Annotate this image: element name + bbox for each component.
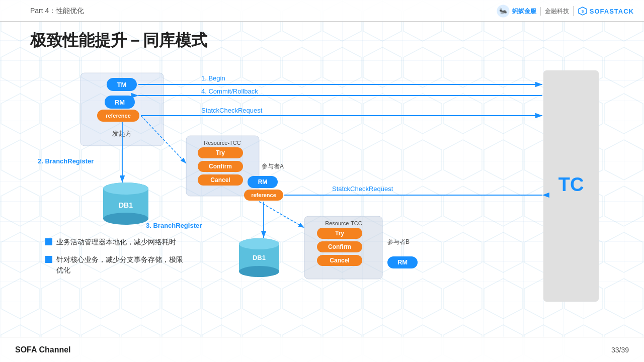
svg-rect-30 bbox=[244, 190, 283, 201]
ant-label: 蚂蚁金服 bbox=[512, 7, 536, 16]
svg-rect-6 bbox=[80, 73, 164, 146]
sofa-logo: S SOFASTACK bbox=[573, 6, 634, 16]
diagram-svg: TM RM reference 发起方 DB1 Resource-TCC Try bbox=[30, 45, 634, 332]
svg-rect-41 bbox=[317, 241, 362, 252]
svg-text:Confirm: Confirm bbox=[328, 243, 351, 250]
svg-rect-28 bbox=[248, 176, 278, 188]
svg-text:Cancel: Cancel bbox=[330, 257, 349, 264]
page-content: Part 4：性能优化 🐜 蚂蚁金服 金融科技 S SOFASTACK 极致性能… bbox=[0, 0, 644, 362]
svg-text:RM: RM bbox=[258, 178, 268, 186]
svg-text:DB1: DB1 bbox=[119, 201, 133, 209]
svg-text:Resource-TCC: Resource-TCC bbox=[204, 140, 240, 146]
svg-rect-7 bbox=[107, 78, 137, 91]
logos-area: 🐜 蚂蚁金服 金融科技 S SOFASTACK bbox=[496, 4, 634, 18]
fin-label: 金融科技 bbox=[540, 7, 569, 16]
svg-text:Confirm: Confirm bbox=[209, 163, 232, 170]
svg-text:DB1: DB1 bbox=[253, 254, 266, 261]
bullet-text-1: 业务活动管理器本地化，减少网络耗时 bbox=[56, 237, 176, 247]
svg-text:reference: reference bbox=[251, 192, 276, 198]
svg-rect-25 bbox=[198, 174, 243, 186]
svg-rect-43 bbox=[317, 255, 362, 266]
bullet-icon-1 bbox=[45, 238, 52, 245]
svg-rect-48 bbox=[543, 70, 599, 302]
svg-rect-33 bbox=[239, 244, 279, 272]
svg-text:StatckCheckRequest: StatckCheckRequest bbox=[201, 107, 263, 114]
bullet-text-2: 针对核心业务，减少分支事务存储，极限优化 bbox=[56, 254, 186, 276]
svg-text:S: S bbox=[581, 10, 584, 13]
svg-text:Try: Try bbox=[216, 149, 225, 156]
svg-text:3. BranchRegister: 3. BranchRegister bbox=[146, 222, 202, 229]
svg-text:1. Begin: 1. Begin bbox=[201, 74, 225, 82]
svg-point-16 bbox=[103, 213, 148, 225]
svg-text:RM: RM bbox=[397, 258, 408, 266]
svg-text:参与者A: 参与者A bbox=[262, 163, 284, 170]
svg-rect-21 bbox=[198, 147, 243, 158]
svg-text:Cancel: Cancel bbox=[210, 176, 230, 184]
bullet-icon-2 bbox=[45, 256, 52, 263]
bullets-section: 业务活动管理器本地化，减少网络耗时 针对核心业务，减少分支事务存储，极限优化 bbox=[45, 237, 186, 282]
svg-point-32 bbox=[239, 238, 279, 249]
svg-rect-37 bbox=[304, 216, 382, 279]
svg-point-35 bbox=[239, 238, 279, 249]
svg-point-34 bbox=[239, 266, 279, 277]
svg-point-17 bbox=[103, 183, 148, 195]
footer: SOFA Channel 33/39 bbox=[0, 337, 644, 362]
footer-page: 33/39 bbox=[611, 346, 629, 354]
svg-rect-11 bbox=[97, 110, 139, 122]
svg-text:TM: TM bbox=[117, 81, 127, 88]
svg-text:TC: TC bbox=[558, 174, 584, 195]
bullet-2: 针对核心业务，减少分支事务存储，极限优化 bbox=[45, 254, 186, 276]
part-label: Part 4：性能优化 bbox=[30, 7, 84, 16]
svg-text:Resource-TCC: Resource-TCC bbox=[325, 220, 362, 226]
svg-rect-19 bbox=[186, 136, 259, 196]
svg-text:2. BranchRegister: 2. BranchRegister bbox=[38, 157, 94, 165]
sofa-label: SOFASTACK bbox=[590, 8, 634, 15]
bullet-1: 业务活动管理器本地化，减少网络耗时 bbox=[45, 237, 186, 247]
svg-rect-23 bbox=[198, 161, 243, 172]
sofa-icon: S bbox=[578, 6, 588, 16]
svg-text:StatckCheckRequest: StatckCheckRequest bbox=[332, 185, 393, 193]
ant-icon: 🐜 bbox=[496, 4, 510, 18]
svg-text:RM: RM bbox=[115, 99, 125, 106]
svg-text:4. Commit/Rollback: 4. Commit/Rollback bbox=[201, 87, 258, 95]
svg-line-58 bbox=[141, 116, 186, 163]
footer-brand: SOFA Channel bbox=[15, 345, 71, 354]
svg-text:发起方: 发起方 bbox=[112, 130, 132, 137]
svg-rect-39 bbox=[317, 228, 362, 239]
svg-rect-15 bbox=[103, 189, 148, 219]
svg-rect-46 bbox=[387, 256, 418, 268]
svg-text:参与者B: 参与者B bbox=[387, 238, 410, 245]
svg-text:🐜: 🐜 bbox=[499, 7, 507, 15]
diagram-area: TM RM reference 发起方 DB1 Resource-TCC Try bbox=[30, 45, 634, 332]
header: Part 4：性能优化 🐜 蚂蚁金服 金融科技 S SOFASTACK bbox=[0, 0, 644, 22]
svg-text:reference: reference bbox=[106, 113, 131, 119]
svg-text:Try: Try bbox=[335, 230, 344, 237]
svg-rect-9 bbox=[105, 96, 135, 109]
logo-ant: 🐜 蚂蚁金服 bbox=[496, 4, 536, 18]
svg-point-14 bbox=[103, 183, 148, 195]
svg-line-63 bbox=[259, 202, 304, 228]
